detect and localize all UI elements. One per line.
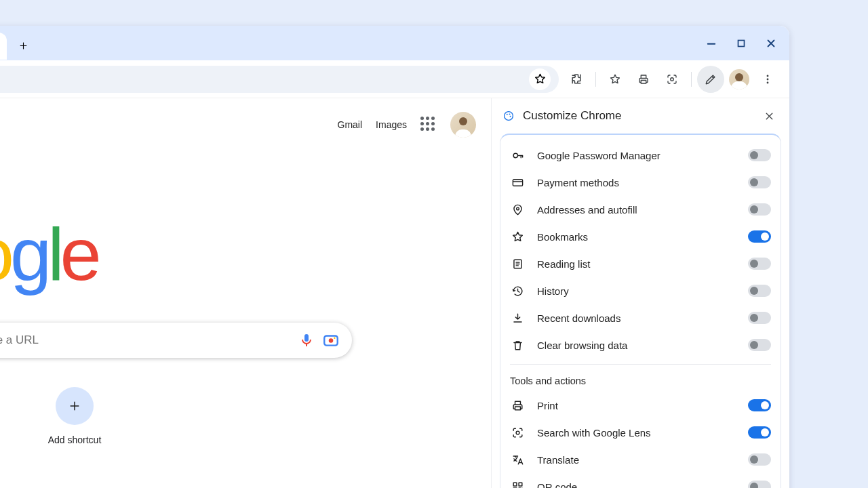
option-label: Payment methods [537,177,736,188]
option-label: Recent downloads [537,312,736,324]
pwd-icon [510,149,525,162]
window-controls [697,26,785,60]
search-input[interactable] [0,333,291,347]
sidepanel-close-button[interactable] [760,106,778,125]
option-label: Clear browsing data [537,340,736,351]
lens-button[interactable] [658,66,686,93]
address-bar[interactable] [0,66,559,93]
toggle-read[interactable] [748,258,771,270]
search-box[interactable] [0,323,352,358]
profile-button[interactable] [726,66,753,93]
option-addr: Addresses and autofill [510,196,771,223]
new-tab-button[interactable] [14,37,33,56]
microphone-icon [298,332,315,348]
read-icon [510,258,525,270]
trans-icon [510,453,525,466]
print-icon [510,399,525,412]
toggle-trans[interactable] [748,453,771,466]
svg-point-2 [767,75,769,77]
shortcut-label: Add shortcut [48,434,102,445]
option-label: QR code [537,481,736,489]
toggle-hist[interactable] [748,285,771,297]
extensions-button[interactable] [563,66,590,93]
image-search-button[interactable] [322,331,340,349]
svg-point-4 [767,81,769,83]
svg-point-6 [329,338,334,343]
option-bkm: Bookmarks [510,223,771,250]
customize-options-card: Google Password ManagerPayment methodsAd… [500,134,781,488]
ntp-profile-avatar[interactable] [450,112,476,138]
option-label: Print [537,400,736,411]
sidepanel-title: Customize Chrome [523,109,751,123]
shortcut-add[interactable]: Add shortcut [41,387,108,445]
option-print: Print [510,392,771,419]
customize-chrome-panel: Customize Chrome Google Password Manager… [491,98,789,488]
active-tab[interactable] [0,33,7,60]
option-label: Google Password Manager [537,150,736,161]
window-close-button[interactable] [757,29,785,58]
bookmarks-button[interactable] [601,66,629,93]
option-hist: History [510,277,771,304]
option-label: Translate [537,454,736,466]
tab-strip [0,26,789,60]
browser-toolbar [0,60,789,98]
bookmark-star-button[interactable] [529,68,551,90]
dl-icon [510,312,525,325]
option-pay: Payment methods [510,169,771,196]
google-apps-button[interactable] [420,117,437,133]
qr-icon [510,481,525,489]
images-link[interactable]: Images [376,119,407,130]
kebab-icon [761,73,774,86]
toggle-addr[interactable] [748,203,771,216]
toggle-dl[interactable] [748,312,771,324]
lens-frame-icon [666,73,678,85]
plus-icon [18,41,28,51]
svg-point-7 [334,338,335,339]
toggle-bkm[interactable] [748,230,771,243]
option-lens: Search with Google Lens [510,419,771,446]
omnibox-container [0,66,559,93]
voice-search-button[interactable] [298,331,315,349]
option-label: Search with Google Lens [537,427,736,439]
pay-icon [510,176,525,189]
svg-point-12 [510,116,511,117]
avatar-icon [729,69,749,89]
option-label: Addresses and autofill [537,204,736,216]
pencil-icon [704,73,717,86]
toggle-print[interactable] [748,399,771,411]
option-label: History [537,285,736,297]
toggle-pay[interactable] [748,176,771,188]
section-divider [510,364,771,365]
plus-circle-icon [56,387,94,425]
print-button[interactable] [630,66,657,93]
lens-icon [510,426,525,439]
window-maximize-button[interactable] [727,29,755,58]
window-minimize-button[interactable] [697,29,726,58]
toggle-qr[interactable] [748,481,771,488]
star-outline-icon [534,73,547,85]
toggle-lens[interactable] [748,426,771,439]
option-qr: QR code [510,473,771,488]
clr-icon [510,339,525,352]
toggle-clr[interactable] [748,339,771,351]
puzzle-icon [570,73,583,86]
section-title-tools: Tools and actions [510,367,771,392]
star-icon [609,73,621,85]
option-pwd: Google Password Manager [510,142,771,169]
option-label: Bookmarks [537,231,736,243]
option-clr: Clear browsing data [510,331,771,359]
svg-point-1 [671,77,674,81]
svg-point-9 [505,112,513,121]
minimize-icon [705,37,717,49]
google-logo: Google [0,217,98,291]
new-tab-page: Gmail Images Google [0,98,491,488]
option-label: Reading list [537,258,736,270]
chrome-menu-button[interactable] [754,66,781,93]
addr-icon [510,203,525,216]
gmail-link[interactable]: Gmail [338,119,363,130]
edit-pencil-button[interactable] [697,66,724,93]
palette-icon [502,110,515,122]
toggle-pwd[interactable] [748,149,771,161]
option-dl: Recent downloads [510,304,771,331]
ntp-header-links: Gmail Images [338,112,476,138]
